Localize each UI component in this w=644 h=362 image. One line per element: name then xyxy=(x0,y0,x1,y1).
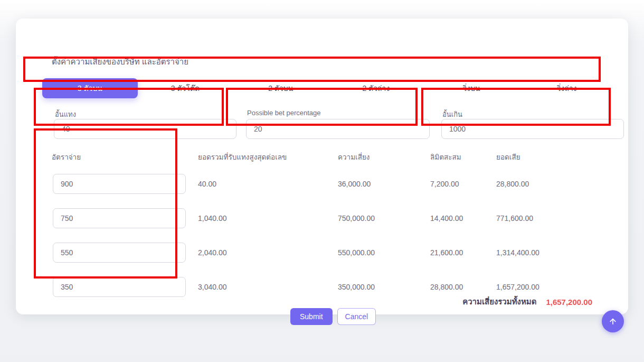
cancel-button[interactable]: Cancel xyxy=(337,308,376,325)
cell-max-total-4: 3,040.00 xyxy=(198,283,227,291)
cell-max-total-1: 40.00 xyxy=(198,180,216,188)
payout-rate-input-3[interactable] xyxy=(53,243,186,263)
tab-2-bottom[interactable]: 2 ตัวล่าง xyxy=(328,78,424,98)
up-arrow-icon xyxy=(608,317,618,326)
tab-run-bottom[interactable]: วิ่งล่าง xyxy=(519,78,614,98)
cell-loss-2: 771,600.00 xyxy=(496,214,533,222)
cell-risk-3: 550,000.00 xyxy=(338,248,375,257)
cell-limit-3: 21,600.00 xyxy=(430,248,463,257)
over-limit-label: อั้นเกิน xyxy=(442,109,462,120)
submit-button[interactable]: Submit xyxy=(290,308,333,325)
cell-limit-4: 28,800.00 xyxy=(430,283,463,291)
scroll-to-top-button[interactable] xyxy=(602,310,624,332)
bet-type-tabbar: 3 ตัวบน 3 ตัวโต๊ด 2 ตัวบน 2 ตัวล่าง วิ่ง… xyxy=(42,78,614,99)
payout-rate-input-2[interactable] xyxy=(53,208,186,228)
cell-risk-2: 750,000.00 xyxy=(338,214,375,222)
payout-rate-input-4[interactable] xyxy=(53,277,186,297)
cell-loss-3: 1,314,400.00 xyxy=(496,248,539,257)
cell-max-total-3: 2,040.00 xyxy=(198,248,227,257)
cell-limit-2: 14,400.00 xyxy=(430,214,463,222)
cell-limit-1: 7,200.00 xyxy=(430,180,459,188)
over-limit-input[interactable] xyxy=(441,119,624,139)
column-header-max-bet-total: ยอดรวมที่รับแทงสูงสุดต่อเลข xyxy=(198,151,287,163)
footer-buttons: Submit Cancel xyxy=(290,308,376,325)
tab-3-tod[interactable]: 3 ตัวโต๊ด xyxy=(138,78,233,98)
settings-card: ตั้งค่าความเสี่ยงของบริษัท และอัตราจ่าย … xyxy=(16,18,628,314)
cell-loss-4: 1,657,200.00 xyxy=(496,283,539,291)
total-risk-value: 1,657,200.00 xyxy=(546,298,592,307)
column-header-accumulated-limit: ลิมิตสะสม xyxy=(430,151,461,163)
cell-loss-1: 28,800.00 xyxy=(496,180,529,188)
column-header-loss: ยอดเสีย xyxy=(496,151,520,163)
tab-run-top[interactable]: วิ่งบน xyxy=(424,78,519,98)
column-header-risk: ความเสี่ยง xyxy=(338,151,370,163)
cell-risk-4: 350,000.00 xyxy=(338,283,375,291)
cell-risk-1: 36,000.00 xyxy=(338,180,371,188)
possible-bet-percentage-input[interactable] xyxy=(246,119,430,139)
payout-rate-input-1[interactable] xyxy=(53,174,186,194)
total-risk-label: ความเสี่ยงรวมทั้งหมด xyxy=(462,295,536,308)
bet-limit-input[interactable] xyxy=(54,119,236,139)
tab-2-top[interactable]: 2 ตัวบน xyxy=(233,78,328,98)
tab-3-top[interactable]: 3 ตัวบน xyxy=(42,78,138,98)
cell-max-total-2: 1,040.00 xyxy=(198,214,227,222)
possible-bet-percentage-label: Possible bet percentage xyxy=(247,109,320,117)
total-risk-row: ความเสี่ยงรวมทั้งหมด 1,657,200.00 xyxy=(462,295,592,308)
bet-limit-label: อั้นแทง xyxy=(55,109,76,120)
column-header-payout-rate: อัตราจ่าย xyxy=(52,151,81,163)
page-title: ตั้งค่าความเสี่ยงของบริษัท และอัตราจ่าย xyxy=(52,55,188,68)
